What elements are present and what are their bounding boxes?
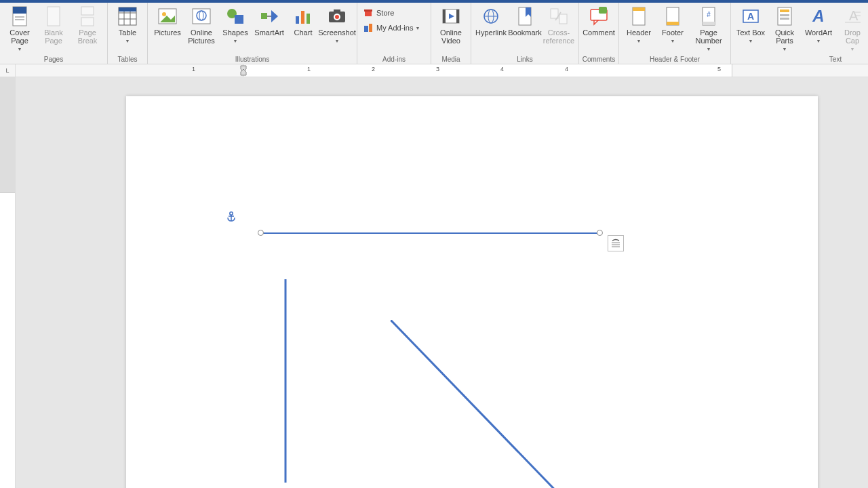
svg-text:A: A — [812, 7, 824, 25]
wordart-button[interactable]: A WordArt▼ — [802, 4, 835, 45]
dropdown-icon: ▼ — [816, 37, 821, 45]
shape-line-vertical[interactable] — [284, 279, 287, 483]
group-comments: Comment Comments — [579, 3, 619, 64]
store-icon — [363, 7, 374, 18]
page-break-icon — [77, 5, 98, 27]
my-addins-button[interactable]: My Add-ins ▼ — [360, 20, 428, 35]
dropdown-icon: ▼ — [671, 37, 675, 45]
store-label: Store — [376, 9, 394, 17]
online-pictures-button[interactable]: Online Pictures — [184, 4, 218, 45]
ruler-num: 1 — [192, 66, 195, 73]
layout-options-button[interactable] — [608, 235, 624, 251]
footer-button[interactable]: Footer▼ — [656, 4, 690, 45]
horizontal-ruler[interactable]: 1 1 2 3 4 4 5 — [16, 64, 868, 77]
quick-parts-button[interactable]: Quick Parts▼ — [768, 4, 802, 54]
svg-rect-2 — [15, 16, 24, 18]
svg-rect-21 — [261, 13, 267, 19]
svg-line-82 — [391, 320, 587, 488]
cross-reference-button[interactable]: Cross-reference — [542, 4, 576, 45]
group-headerfooter: Header▼ Footer▼ # Page Number▼ Header & … — [619, 3, 731, 64]
svg-rect-25 — [301, 11, 304, 24]
document-area[interactable] — [16, 77, 868, 488]
svg-rect-30 — [334, 9, 340, 13]
shape-line-horizontal[interactable] — [260, 232, 599, 235]
group-links: Hyperlink Bookmark Cross-reference Links — [471, 3, 579, 64]
text-box-button[interactable]: A Text Box▼ — [734, 4, 768, 45]
dropdown-icon: ▼ — [637, 37, 642, 45]
svg-point-14 — [162, 12, 166, 16]
quickparts-label: Quick Parts — [769, 28, 800, 45]
shapes-icon — [224, 5, 246, 27]
horizontal-ruler-row: L 1 1 2 3 4 4 5 — [0, 64, 868, 77]
chart-label: Chart — [294, 28, 313, 37]
svg-rect-12 — [119, 7, 136, 12]
svg-rect-32 — [364, 9, 372, 12]
addins-icon — [363, 22, 374, 33]
online-pictures-label: Online Pictures — [186, 28, 217, 45]
svg-marker-47 — [594, 20, 598, 24]
store-button[interactable]: Store — [360, 5, 428, 20]
smartart-label: SmartArt — [254, 28, 283, 37]
dropdown-icon: ▼ — [850, 45, 855, 54]
selection-handle[interactable] — [597, 230, 603, 236]
header-button[interactable]: Header▼ — [622, 4, 656, 45]
svg-rect-20 — [235, 15, 243, 24]
svg-rect-50 — [633, 7, 645, 11]
cover-page-icon — [9, 5, 31, 27]
pictures-button[interactable]: Pictures — [151, 4, 184, 37]
page-break-button[interactable]: Page Break — [71, 4, 104, 45]
drop-cap-button[interactable]: A Drop Cap▼ — [835, 4, 868, 54]
screenshot-button[interactable]: Screenshot▼ — [320, 4, 354, 45]
hyperlink-icon — [480, 5, 502, 27]
dropdown-icon: ▼ — [783, 45, 787, 54]
cover-page-button[interactable]: Cover Page▼ — [3, 4, 37, 54]
chart-button[interactable]: Chart — [286, 4, 320, 37]
blank-page-button[interactable]: Blank Page — [37, 4, 71, 45]
wordart-icon: A — [808, 5, 829, 27]
svg-rect-4 — [47, 7, 60, 26]
table-label: Table — [119, 28, 136, 37]
svg-point-29 — [335, 15, 339, 19]
comment-label: Comment — [583, 28, 615, 37]
shapes-button[interactable]: Shapes▼ — [218, 4, 252, 45]
bookmark-label: Bookmark — [508, 28, 542, 37]
layout-options-icon — [610, 239, 621, 248]
ruler-num: 5 — [717, 66, 721, 73]
svg-rect-36 — [443, 9, 446, 23]
page-number-button[interactable]: # Page Number▼ — [690, 4, 728, 54]
footer-icon — [662, 5, 684, 27]
crossref-label: Cross-reference — [543, 28, 574, 45]
shape-line-diagonal[interactable] — [391, 320, 587, 488]
svg-rect-5 — [81, 7, 94, 15]
ribbon: Cover Page▼ Blank Page Page Break Pages … — [0, 3, 868, 64]
comment-button[interactable]: Comment — [582, 4, 616, 37]
svg-rect-3 — [15, 19, 24, 20]
group-text-label: Text — [734, 54, 868, 64]
vertical-ruler[interactable] — [0, 77, 16, 488]
svg-rect-48 — [599, 7, 607, 14]
bookmark-button[interactable]: Bookmark — [508, 4, 542, 37]
smartart-icon — [258, 5, 280, 27]
dropdown-icon: ▼ — [415, 26, 420, 30]
svg-rect-61 — [780, 18, 789, 20]
svg-rect-59 — [780, 9, 789, 12]
group-headerfooter-label: Header & Footer — [622, 54, 728, 64]
ruler-num: 2 — [372, 66, 375, 73]
selection-handle[interactable] — [258, 230, 264, 236]
header-icon — [628, 5, 650, 27]
indent-marker-icon[interactable] — [240, 65, 248, 76]
group-tables: Table▼ Tables — [108, 3, 148, 64]
ruler-corner[interactable]: L — [0, 64, 16, 77]
cover-page-label: Cover Page — [4, 28, 35, 45]
table-button[interactable]: Table▼ — [111, 4, 144, 45]
pagenum-label: Page Number — [691, 28, 726, 45]
online-video-label: Online Video — [435, 28, 467, 45]
online-pictures-icon — [191, 5, 212, 27]
blank-page-label: Blank Page — [38, 28, 69, 45]
page[interactable] — [126, 96, 818, 488]
smartart-button[interactable]: SmartArt — [252, 4, 286, 37]
screenshot-label: Screenshot — [318, 28, 356, 37]
video-icon — [440, 5, 462, 27]
ruler-num: 1 — [307, 66, 311, 73]
hyperlink-button[interactable]: Hyperlink — [474, 4, 508, 37]
